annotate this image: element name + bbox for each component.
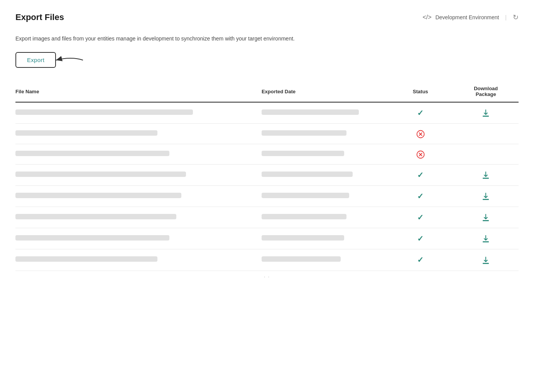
cell-status: ✓	[388, 164, 453, 185]
cell-filename	[15, 185, 257, 207]
cell-date	[257, 249, 388, 271]
page-description: Export images and files from your entiti…	[15, 35, 519, 43]
cell-status: ✓	[388, 185, 453, 207]
cell-date	[257, 164, 388, 185]
cell-date	[257, 185, 388, 207]
cell-download[interactable]	[453, 185, 519, 207]
cell-download	[453, 144, 519, 164]
table-row: ✓	[15, 207, 519, 228]
table-row: ✓	[15, 249, 519, 271]
cell-status: ✓	[388, 249, 453, 271]
success-icon: ✓	[417, 192, 424, 200]
cell-date	[257, 228, 388, 249]
cell-filename	[15, 249, 257, 271]
success-icon: ✓	[417, 109, 424, 117]
cell-filename	[15, 144, 257, 164]
cell-status: ✓	[388, 207, 453, 228]
success-icon: ✓	[417, 234, 424, 243]
cell-download[interactable]	[453, 164, 519, 185]
table-row	[15, 124, 519, 144]
download-icon[interactable]	[481, 255, 490, 264]
cell-filename	[15, 228, 257, 249]
cell-download	[453, 124, 519, 144]
cell-download[interactable]	[453, 228, 519, 249]
download-icon[interactable]	[481, 212, 490, 222]
success-icon: ✓	[417, 256, 424, 264]
cell-date	[257, 102, 388, 124]
cell-filename	[15, 124, 257, 144]
col-header-filename: File Name	[15, 82, 257, 102]
error-icon	[416, 129, 425, 138]
cell-status: ✓	[388, 228, 453, 249]
page-header: Export Files </> Development Environment…	[15, 12, 519, 22]
refresh-icon[interactable]: ↻	[513, 13, 519, 22]
code-icon: </>	[422, 14, 431, 21]
download-icon[interactable]	[481, 191, 490, 201]
page-title: Export Files	[15, 12, 64, 22]
cell-download[interactable]	[453, 102, 519, 124]
export-button-container: Export	[15, 52, 56, 68]
col-header-date: Exported Date	[257, 82, 388, 102]
error-icon	[416, 150, 425, 158]
divider: |	[505, 14, 507, 20]
cell-filename	[15, 207, 257, 228]
col-header-download: DownloadPackage	[453, 82, 519, 102]
download-icon[interactable]	[481, 108, 490, 118]
page-container: Export Files </> Development Environment…	[0, 0, 534, 295]
table-row: ✓	[15, 228, 519, 249]
download-icon[interactable]	[481, 234, 490, 243]
table-row	[15, 144, 519, 164]
cell-filename	[15, 164, 257, 185]
cell-status: ✓	[388, 102, 453, 124]
table-container: File Name Exported Date Status DownloadP…	[15, 82, 519, 283]
env-bar: </> Development Environment | ↻	[422, 13, 519, 22]
table-row: ✓	[15, 185, 519, 207]
cell-filename	[15, 102, 257, 124]
cell-date	[257, 124, 388, 144]
table-row: ✓	[15, 102, 519, 124]
cell-status	[388, 124, 453, 144]
success-icon: ✓	[417, 171, 424, 179]
success-icon: ✓	[417, 213, 424, 222]
export-button[interactable]: Export	[15, 52, 56, 68]
table-row: ✓	[15, 164, 519, 185]
cell-date	[257, 144, 388, 164]
cell-download[interactable]	[453, 207, 519, 228]
col-header-status: Status	[388, 82, 453, 102]
cell-date	[257, 207, 388, 228]
cell-download[interactable]	[453, 249, 519, 271]
pagination-dots: · ·	[15, 271, 519, 283]
table-header-row: File Name Exported Date Status DownloadP…	[15, 82, 519, 102]
export-table: File Name Exported Date Status DownloadP…	[15, 82, 519, 271]
download-icon[interactable]	[481, 170, 490, 180]
env-label: Development Environment	[435, 14, 499, 20]
cell-status	[388, 144, 453, 164]
arrow-annotation	[52, 54, 87, 66]
